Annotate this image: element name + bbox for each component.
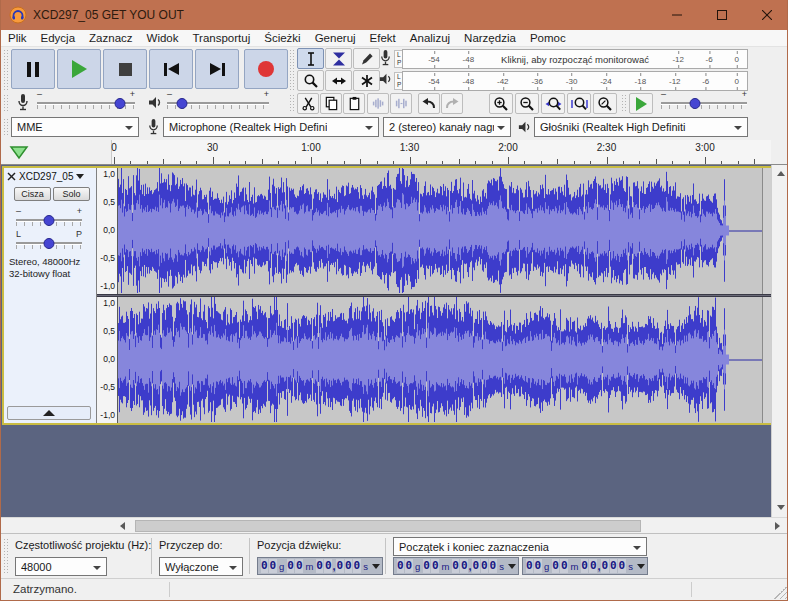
device-toolbar-grip[interactable]: [3, 118, 9, 137]
record-volume-slider[interactable]: – +: [37, 96, 135, 110]
vertical-scrollbar[interactable]: [771, 165, 788, 517]
edit-toolbar-grip[interactable]: [289, 94, 295, 113]
horizontal-scrollbar[interactable]: [1, 517, 788, 533]
recording-meter[interactable]: -54-48-12-60Kliknij, aby rozpocząć monit…: [402, 49, 748, 69]
pause-button[interactable]: [11, 49, 55, 89]
track-gain-slider[interactable]: – +: [16, 213, 82, 227]
track-gain-thumb[interactable]: [44, 215, 55, 226]
scroll-right-button[interactable]: [770, 518, 785, 533]
playback-meter-speaker-icon[interactable]: [378, 71, 393, 87]
after-clip-area[interactable]: [762, 297, 771, 423]
time-digit[interactable]: 0: [269, 559, 277, 573]
time-digit[interactable]: 0: [472, 559, 480, 573]
vertical-scale-right[interactable]: 1,00,50,0-0,5-1,0: [97, 297, 118, 423]
zoom-fit-button[interactable]: [567, 93, 591, 114]
audio-track[interactable]: XCD297_05 Cisza Solo – + L P: [2, 166, 773, 425]
transport-toolbar-grip[interactable]: [3, 49, 9, 91]
chevron-down-icon[interactable]: [372, 564, 380, 569]
timeline-ruler[interactable]: 0301:001:302:002:303:00: [1, 140, 788, 165]
silence-audio-button[interactable]: [390, 93, 412, 114]
mixer-toolbar-grip[interactable]: [3, 94, 9, 113]
play-at-speed-button[interactable]: [629, 93, 653, 114]
pinned-play-head-icon[interactable]: [9, 145, 29, 160]
track-pan-thumb[interactable]: [44, 238, 55, 249]
waveform-left[interactable]: [118, 168, 771, 294]
trim-audio-button[interactable]: [367, 93, 389, 114]
play-speed-thumb[interactable]: [690, 98, 701, 109]
skip-to-end-button[interactable]: [195, 49, 239, 89]
selection-toolbar-grip[interactable]: [3, 538, 9, 574]
scroll-left-button[interactable]: [115, 518, 130, 533]
undo-button[interactable]: [418, 93, 440, 114]
time-digit[interactable]: 0: [481, 559, 489, 573]
playback-meter[interactable]: -54-48-42-36-30-24-18-12-60: [402, 71, 748, 91]
waveform-right[interactable]: [118, 297, 771, 423]
play-button[interactable]: [57, 49, 101, 89]
time-digit[interactable]: 0: [431, 559, 439, 573]
time-digit[interactable]: 0: [452, 559, 460, 573]
menu-item[interactable]: Efekt: [363, 30, 403, 46]
play-at-speed-grip[interactable]: [621, 94, 627, 113]
time-digit[interactable]: 0: [423, 559, 431, 573]
time-digit[interactable]: 0: [405, 559, 413, 573]
selection-mode-combo[interactable]: Początek i koniec zaznaczenia: [393, 537, 647, 556]
maximize-button[interactable]: [699, 0, 744, 30]
selection-end-field[interactable]: 00g00m00,000s: [522, 557, 648, 575]
time-digit[interactable]: 0: [316, 559, 324, 573]
timeshift-tool-button[interactable]: [325, 70, 352, 91]
tools-toolbar-grip[interactable]: [289, 49, 295, 91]
selection-start-field[interactable]: 00g00m00,000s: [393, 557, 519, 575]
window-resize-grip[interactable]: [774, 585, 788, 599]
time-digit[interactable]: 0: [460, 559, 468, 573]
menu-item[interactable]: Ścieżki: [257, 30, 307, 46]
menu-item[interactable]: Generuj: [308, 30, 363, 46]
track-menu-chevron-icon[interactable]: [76, 174, 84, 179]
track-name[interactable]: XCD297_05: [19, 171, 73, 182]
time-digit[interactable]: 0: [336, 559, 344, 573]
zoom-selection-button[interactable]: [541, 93, 565, 114]
track-collapse-button[interactable]: [7, 406, 91, 420]
multi-tool-button[interactable]: [353, 70, 380, 91]
track-pan-slider[interactable]: L P: [16, 236, 82, 250]
time-digit[interactable]: 0: [295, 559, 303, 573]
close-button[interactable]: [744, 0, 788, 30]
scroll-down-button[interactable]: [773, 500, 788, 515]
zoom-toggle-button[interactable]: [593, 93, 617, 114]
zoom-out-button[interactable]: [515, 93, 539, 114]
record-volume-thumb[interactable]: [115, 98, 126, 109]
skip-to-start-button[interactable]: [149, 49, 193, 89]
zoom-tool-button[interactable]: [297, 70, 324, 91]
menu-item[interactable]: Analizuj: [403, 30, 457, 46]
input-channels-combo[interactable]: 2 (stereo) kanały nagrywa: [383, 117, 511, 137]
vertical-scale-left[interactable]: 1,00,50,0-0,5-1,0: [97, 168, 118, 294]
menu-item[interactable]: Narzędzia: [457, 30, 523, 46]
menu-item[interactable]: Edycja: [34, 30, 83, 46]
playback-volume-thumb[interactable]: [177, 98, 188, 109]
play-speed-slider[interactable]: – +: [661, 96, 747, 110]
menu-item[interactable]: Transportuj: [185, 30, 257, 46]
time-digit[interactable]: 0: [489, 559, 497, 573]
input-device-combo[interactable]: Microphone (Realtek High Defini: [163, 117, 379, 137]
title-bar[interactable]: XCD297_05 GET YOU OUT: [1, 0, 788, 30]
mute-button[interactable]: Cisza: [14, 187, 51, 201]
time-digit[interactable]: 0: [581, 559, 589, 573]
output-device-combo[interactable]: Głośniki (Realtek High Definiti: [534, 117, 748, 137]
recording-meter-mic-icon[interactable]: [378, 49, 393, 67]
time-digit[interactable]: 0: [618, 559, 626, 573]
audio-host-combo[interactable]: MME: [11, 117, 139, 137]
time-digit[interactable]: 0: [261, 559, 269, 573]
copy-button[interactable]: [320, 93, 342, 114]
minimize-button[interactable]: [654, 0, 699, 30]
paste-button[interactable]: [343, 93, 365, 114]
solo-button[interactable]: Solo: [53, 187, 90, 201]
time-digit[interactable]: 0: [610, 559, 618, 573]
draw-tool-button[interactable]: [353, 48, 380, 69]
time-digit[interactable]: 0: [324, 559, 332, 573]
menu-item[interactable]: Widok: [140, 30, 186, 46]
time-digit[interactable]: 0: [353, 559, 361, 573]
snap-to-combo[interactable]: Wyłączone: [159, 557, 243, 576]
timeline-pin-box[interactable]: [1, 140, 112, 164]
track-close-button[interactable]: [7, 172, 16, 181]
time-digit[interactable]: 0: [287, 559, 295, 573]
scroll-up-button[interactable]: [773, 166, 788, 181]
